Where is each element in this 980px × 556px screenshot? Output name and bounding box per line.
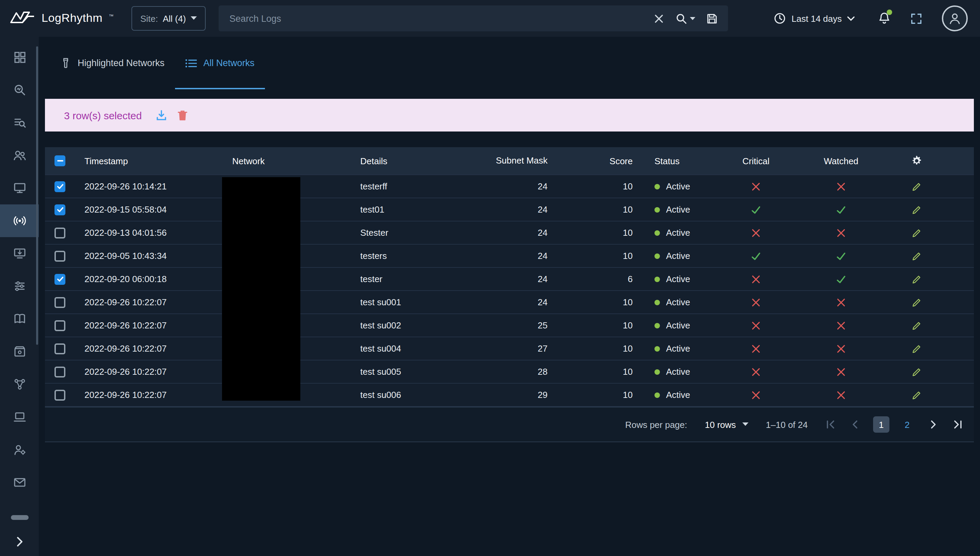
cell-timestamp: 2022-09-13 04:01:56 xyxy=(75,228,227,238)
column-header-subnet-mask[interactable]: Subnet Mask xyxy=(488,155,550,166)
edit-row-button[interactable] xyxy=(911,390,922,400)
row-checkbox[interactable] xyxy=(55,273,65,284)
edit-row-button[interactable] xyxy=(911,320,922,331)
sidebar-expand-button[interactable] xyxy=(0,535,39,548)
sidebar-item-hosts[interactable] xyxy=(0,172,39,204)
cross-icon xyxy=(836,228,846,238)
pencil-icon xyxy=(911,204,922,215)
column-header-watched[interactable]: Watched xyxy=(789,156,893,166)
list-icon xyxy=(185,58,197,68)
site-selector[interactable]: Site: All (4) xyxy=(131,6,206,31)
status-dot xyxy=(654,299,660,305)
status-text: Active xyxy=(666,343,690,354)
edit-row-button[interactable] xyxy=(911,251,922,261)
edit-row-button[interactable] xyxy=(911,204,922,215)
cell-status: Active xyxy=(633,204,722,215)
sidebar-item-workflows[interactable] xyxy=(0,368,39,401)
prev-page-button[interactable] xyxy=(851,420,858,429)
sidebar-item-knowledge[interactable] xyxy=(0,302,39,335)
time-range-selector[interactable]: Last 14 days xyxy=(774,12,855,24)
main-content: Highlighted Networks All Networks 3 row(… xyxy=(39,37,980,556)
row-checkbox[interactable] xyxy=(55,181,65,192)
column-settings-button[interactable] xyxy=(910,155,922,167)
mail-icon xyxy=(13,475,26,489)
cell-timestamp: 2022-09-05 10:43:34 xyxy=(75,251,227,261)
last-page-button[interactable] xyxy=(952,420,963,429)
select-all-checkbox[interactable] xyxy=(55,155,65,166)
edit-row-button[interactable] xyxy=(911,343,922,354)
edit-row-button[interactable] xyxy=(911,181,922,192)
edit-row-button[interactable] xyxy=(911,297,922,308)
edit-row-button[interactable] xyxy=(911,273,922,284)
monitor-icon xyxy=(13,181,26,195)
chevron-right-icon xyxy=(930,420,937,429)
pencil-icon xyxy=(911,390,922,400)
logrhythm-logo-icon xyxy=(10,10,35,27)
column-header-critical[interactable]: Critical xyxy=(722,156,789,166)
first-page-button[interactable] xyxy=(825,420,836,429)
status-text: Active xyxy=(666,204,690,215)
sidebar-item-dashboards[interactable] xyxy=(0,41,39,74)
cell-critical xyxy=(722,297,789,307)
rows-per-page-value: 10 rows xyxy=(705,419,736,430)
column-header-network[interactable]: Network xyxy=(227,156,360,166)
page-button-1[interactable]: 1 xyxy=(873,416,890,433)
clear-search-button[interactable] xyxy=(648,7,671,30)
sidebar-item-configuration[interactable] xyxy=(0,270,39,302)
page-button-2[interactable]: 2 xyxy=(899,416,915,433)
tab-all-networks[interactable]: All Networks xyxy=(175,37,264,89)
column-header-score[interactable]: Score xyxy=(550,156,633,166)
cell-select xyxy=(45,390,75,400)
cell-subnet-mask: 24 xyxy=(488,204,550,215)
sidebar-item-analyze[interactable] xyxy=(0,74,39,106)
sidebar-item-administration[interactable] xyxy=(0,433,39,466)
sidebar-item-log-search[interactable] xyxy=(0,106,39,139)
cell-subnet-mask: 28 xyxy=(488,367,550,377)
cell-status: Active xyxy=(633,228,722,238)
tab-highlighted-networks[interactable]: Highlighted Networks xyxy=(50,37,175,89)
sidebar-item-endpoints[interactable] xyxy=(0,401,39,433)
row-checkbox[interactable] xyxy=(55,204,65,215)
save-search-button[interactable] xyxy=(701,7,724,30)
sidebar-drag-handle[interactable] xyxy=(11,515,28,520)
download-selected-button[interactable] xyxy=(155,109,168,121)
fullscreen-button[interactable] xyxy=(910,12,923,25)
edit-row-button[interactable] xyxy=(911,227,922,238)
next-page-button[interactable] xyxy=(930,420,937,429)
row-checkbox[interactable] xyxy=(55,227,65,238)
row-checkbox[interactable] xyxy=(55,343,65,354)
sidebar-scrollbar-thumb[interactable] xyxy=(36,46,38,345)
status-dot xyxy=(654,184,660,189)
first-page-icon xyxy=(825,420,836,429)
row-checkbox[interactable] xyxy=(55,390,65,400)
sidebar-item-case-management[interactable] xyxy=(0,335,39,368)
cell-status: Active xyxy=(633,390,722,400)
delete-selected-button[interactable] xyxy=(177,109,188,121)
rows-per-page-select[interactable]: 10 rows xyxy=(705,419,748,430)
cell-status: Active xyxy=(633,297,722,307)
user-avatar[interactable] xyxy=(942,5,968,31)
sidebar-item-deployment-monitor[interactable] xyxy=(0,237,39,270)
notifications-button[interactable] xyxy=(878,11,891,25)
column-header-details[interactable]: Details xyxy=(360,156,488,166)
chevron-right-icon xyxy=(16,536,23,547)
pencil-icon xyxy=(911,297,922,308)
sidebar-item-people[interactable] xyxy=(0,139,39,172)
sidebar-item-reports[interactable] xyxy=(0,466,39,499)
column-header-timestamp[interactable]: Timestamp xyxy=(75,156,227,166)
row-checkbox[interactable] xyxy=(55,251,65,261)
cross-icon xyxy=(751,344,761,353)
chevron-down-icon xyxy=(742,422,748,427)
row-checkbox[interactable] xyxy=(55,366,65,377)
cell-timestamp: 2022-09-26 10:22:07 xyxy=(75,343,227,354)
cell-select xyxy=(45,181,75,192)
search-input[interactable] xyxy=(228,13,648,24)
column-header-status[interactable]: Status xyxy=(633,156,722,166)
row-checkbox[interactable] xyxy=(55,297,65,308)
search-submit-button[interactable] xyxy=(671,7,701,30)
table-row: 2022-09-26 10:22:07test su0022510Active xyxy=(45,314,974,337)
sidebar-item-networks[interactable] xyxy=(0,204,39,237)
site-value: All (4) xyxy=(163,13,186,24)
edit-row-button[interactable] xyxy=(911,366,922,377)
row-checkbox[interactable] xyxy=(55,320,65,331)
